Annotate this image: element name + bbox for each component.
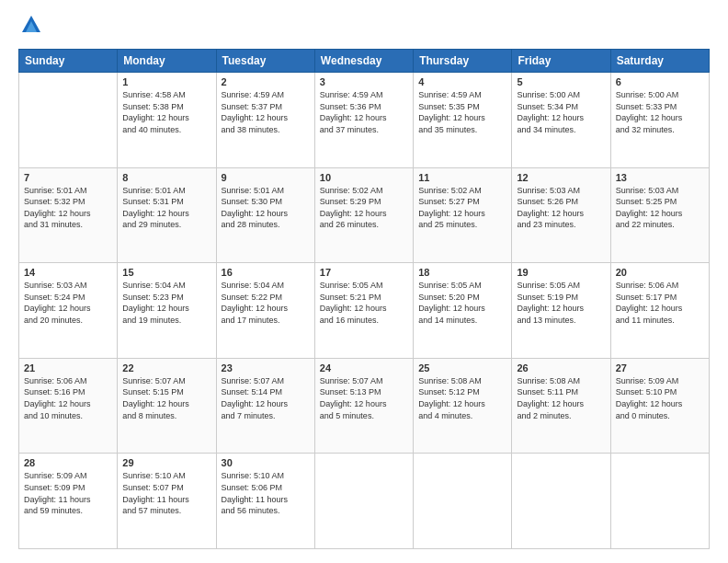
calendar-header-row: SundayMondayTuesdayWednesdayThursdayFrid…: [19, 50, 710, 73]
day-info: Sunrise: 4:58 AM Sunset: 5:38 PM Dayligh…: [122, 89, 210, 135]
day-number: 28: [24, 457, 112, 468]
day-number: 10: [320, 172, 408, 183]
day-info: Sunrise: 4:59 AM Sunset: 5:36 PM Dayligh…: [320, 89, 408, 135]
weekday-header: Monday: [118, 50, 216, 73]
day-info: Sunrise: 5:09 AM Sunset: 5:10 PM Dayligh…: [616, 375, 704, 421]
logo: [18, 14, 48, 40]
calendar-week-row: 7Sunrise: 5:01 AM Sunset: 5:32 PM Daylig…: [19, 167, 710, 263]
calendar-cell: 27Sunrise: 5:09 AM Sunset: 5:10 PM Dayli…: [610, 358, 709, 454]
calendar-cell: 1Sunrise: 4:58 AM Sunset: 5:38 PM Daylig…: [118, 73, 216, 168]
day-number: 26: [517, 362, 605, 373]
day-info: Sunrise: 5:02 AM Sunset: 5:29 PM Dayligh…: [320, 185, 408, 231]
calendar-cell: [610, 454, 709, 549]
day-number: 29: [122, 457, 210, 468]
day-info: Sunrise: 5:01 AM Sunset: 5:31 PM Dayligh…: [122, 185, 210, 231]
calendar-cell: 25Sunrise: 5:08 AM Sunset: 5:12 PM Dayli…: [414, 358, 512, 454]
calendar-week-row: 1Sunrise: 4:58 AM Sunset: 5:38 PM Daylig…: [19, 73, 710, 168]
calendar-cell: 29Sunrise: 5:10 AM Sunset: 5:07 PM Dayli…: [118, 454, 216, 549]
calendar-cell: 13Sunrise: 5:03 AM Sunset: 5:25 PM Dayli…: [610, 167, 709, 263]
day-info: Sunrise: 5:02 AM Sunset: 5:27 PM Dayligh…: [418, 185, 506, 231]
day-info: Sunrise: 5:09 AM Sunset: 5:09 PM Dayligh…: [24, 470, 112, 516]
day-info: Sunrise: 5:05 AM Sunset: 5:20 PM Dayligh…: [418, 280, 506, 326]
calendar-cell: [414, 454, 512, 549]
day-info: Sunrise: 5:03 AM Sunset: 5:24 PM Dayligh…: [24, 280, 112, 326]
calendar-table: SundayMondayTuesdayWednesdayThursdayFrid…: [18, 49, 710, 549]
day-number: 30: [222, 457, 310, 468]
calendar-cell: 24Sunrise: 5:07 AM Sunset: 5:13 PM Dayli…: [314, 358, 413, 454]
calendar-cell: 16Sunrise: 5:04 AM Sunset: 5:22 PM Dayli…: [216, 263, 314, 359]
calendar-cell: 26Sunrise: 5:08 AM Sunset: 5:11 PM Dayli…: [512, 358, 610, 454]
weekday-header: Sunday: [19, 50, 118, 73]
header: [18, 14, 710, 40]
day-info: Sunrise: 5:10 AM Sunset: 5:06 PM Dayligh…: [222, 470, 310, 516]
day-number: 27: [616, 362, 704, 373]
weekday-header: Friday: [512, 50, 610, 73]
day-number: 14: [24, 267, 112, 278]
day-number: 20: [616, 267, 704, 278]
calendar-cell: 22Sunrise: 5:07 AM Sunset: 5:15 PM Dayli…: [118, 358, 216, 454]
day-info: Sunrise: 4:59 AM Sunset: 5:35 PM Dayligh…: [418, 89, 506, 135]
calendar-cell: 5Sunrise: 5:00 AM Sunset: 5:34 PM Daylig…: [512, 73, 610, 168]
day-number: 11: [418, 172, 506, 183]
day-info: Sunrise: 5:07 AM Sunset: 5:15 PM Dayligh…: [122, 375, 210, 421]
day-number: 21: [24, 362, 112, 373]
day-info: Sunrise: 5:00 AM Sunset: 5:33 PM Dayligh…: [616, 89, 704, 135]
calendar-week-row: 21Sunrise: 5:06 AM Sunset: 5:16 PM Dayli…: [19, 358, 710, 454]
weekday-header: Saturday: [610, 50, 709, 73]
calendar-cell: 18Sunrise: 5:05 AM Sunset: 5:20 PM Dayli…: [414, 263, 512, 359]
weekday-header: Tuesday: [216, 50, 314, 73]
day-info: Sunrise: 5:03 AM Sunset: 5:25 PM Dayligh…: [616, 185, 704, 231]
day-info: Sunrise: 5:08 AM Sunset: 5:12 PM Dayligh…: [418, 375, 506, 421]
calendar-cell: 8Sunrise: 5:01 AM Sunset: 5:31 PM Daylig…: [118, 167, 216, 263]
day-info: Sunrise: 5:04 AM Sunset: 5:22 PM Dayligh…: [222, 280, 310, 326]
day-info: Sunrise: 5:08 AM Sunset: 5:11 PM Dayligh…: [517, 375, 605, 421]
weekday-header: Thursday: [414, 50, 512, 73]
calendar-cell: 11Sunrise: 5:02 AM Sunset: 5:27 PM Dayli…: [414, 167, 512, 263]
day-info: Sunrise: 5:05 AM Sunset: 5:21 PM Dayligh…: [320, 280, 408, 326]
day-number: 19: [517, 267, 605, 278]
day-info: Sunrise: 5:07 AM Sunset: 5:13 PM Dayligh…: [320, 375, 408, 421]
calendar-cell: 4Sunrise: 4:59 AM Sunset: 5:35 PM Daylig…: [414, 73, 512, 168]
day-info: Sunrise: 5:00 AM Sunset: 5:34 PM Dayligh…: [517, 89, 605, 135]
day-number: 3: [320, 76, 408, 87]
calendar-cell: 15Sunrise: 5:04 AM Sunset: 5:23 PM Dayli…: [118, 263, 216, 359]
calendar-cell: 6Sunrise: 5:00 AM Sunset: 5:33 PM Daylig…: [610, 73, 709, 168]
day-info: Sunrise: 5:05 AM Sunset: 5:19 PM Dayligh…: [517, 280, 605, 326]
calendar-cell: 28Sunrise: 5:09 AM Sunset: 5:09 PM Dayli…: [19, 454, 118, 549]
day-number: 2: [222, 76, 310, 87]
calendar-week-row: 14Sunrise: 5:03 AM Sunset: 5:24 PM Dayli…: [19, 263, 710, 359]
day-number: 6: [616, 76, 704, 87]
weekday-header: Wednesday: [314, 50, 413, 73]
day-number: 8: [122, 172, 210, 183]
day-number: 1: [122, 76, 210, 87]
calendar-cell: 2Sunrise: 4:59 AM Sunset: 5:37 PM Daylig…: [216, 73, 314, 168]
day-info: Sunrise: 4:59 AM Sunset: 5:37 PM Dayligh…: [222, 89, 310, 135]
day-info: Sunrise: 5:07 AM Sunset: 5:14 PM Dayligh…: [222, 375, 310, 421]
day-info: Sunrise: 5:04 AM Sunset: 5:23 PM Dayligh…: [122, 280, 210, 326]
day-info: Sunrise: 5:01 AM Sunset: 5:30 PM Dayligh…: [222, 185, 310, 231]
day-info: Sunrise: 5:01 AM Sunset: 5:32 PM Dayligh…: [24, 185, 112, 231]
day-number: 25: [418, 362, 506, 373]
day-number: 13: [616, 172, 704, 183]
calendar-cell: 7Sunrise: 5:01 AM Sunset: 5:32 PM Daylig…: [19, 167, 118, 263]
calendar-cell: 19Sunrise: 5:05 AM Sunset: 5:19 PM Dayli…: [512, 263, 610, 359]
day-number: 23: [222, 362, 310, 373]
calendar-cell: 30Sunrise: 5:10 AM Sunset: 5:06 PM Dayli…: [216, 454, 314, 549]
calendar-cell: 3Sunrise: 4:59 AM Sunset: 5:36 PM Daylig…: [314, 73, 413, 168]
page: SundayMondayTuesdayWednesdayThursdayFrid…: [0, 0, 728, 563]
calendar-cell: 21Sunrise: 5:06 AM Sunset: 5:16 PM Dayli…: [19, 358, 118, 454]
day-number: 7: [24, 172, 112, 183]
day-number: 18: [418, 267, 506, 278]
day-info: Sunrise: 5:06 AM Sunset: 5:17 PM Dayligh…: [616, 280, 704, 326]
day-number: 15: [122, 267, 210, 278]
calendar-cell: 12Sunrise: 5:03 AM Sunset: 5:26 PM Dayli…: [512, 167, 610, 263]
calendar-cell: [314, 454, 413, 549]
day-number: 16: [222, 267, 310, 278]
logo-icon: [18, 14, 44, 40]
day-number: 5: [517, 76, 605, 87]
day-number: 22: [122, 362, 210, 373]
day-number: 12: [517, 172, 605, 183]
day-number: 17: [320, 267, 408, 278]
calendar-cell: [19, 73, 118, 168]
day-number: 9: [222, 172, 310, 183]
